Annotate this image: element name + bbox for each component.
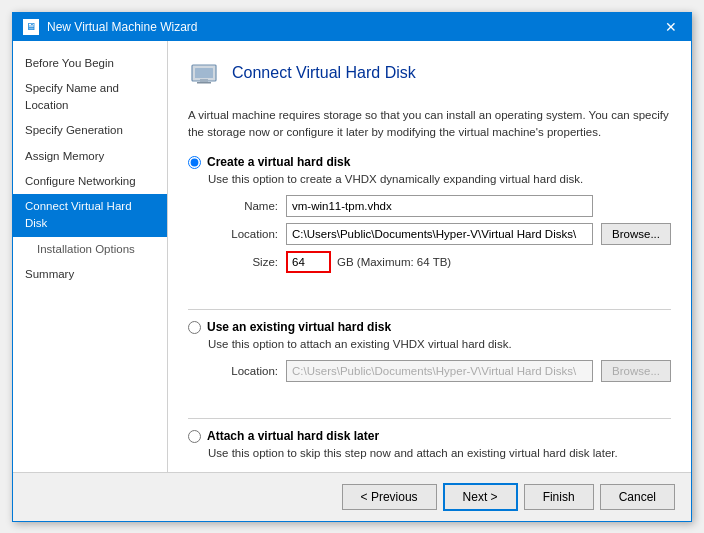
sidebar-item-name-location[interactable]: Specify Name and Location [13,76,167,119]
titlebar-title: New Virtual Machine Wizard [47,20,661,34]
option-create-label[interactable]: Create a virtual hard disk [188,155,671,169]
wizard-window: 🖥 New Virtual Machine Wizard ✕ Before Yo… [12,12,692,522]
size-row: GB (Maximum: 64 TB) [286,251,593,273]
page-description: A virtual machine requires storage so th… [188,107,671,142]
sidebar-item-networking[interactable]: Configure Networking [13,169,167,194]
titlebar-icon: 🖥 [23,19,39,35]
finish-button[interactable]: Finish [524,484,594,510]
location-label: Location: [208,228,278,240]
sidebar-item-before-you-begin[interactable]: Before You Begin [13,51,167,76]
sidebar-item-installation-options[interactable]: Installation Options [13,237,167,262]
size-label: Size: [208,256,278,268]
main-content: Connect Virtual Hard Disk A virtual mach… [168,41,691,472]
sidebar-item-summary[interactable]: Summary [13,262,167,287]
sidebar-item-generation[interactable]: Specify Generation [13,118,167,143]
cancel-button[interactable]: Cancel [600,484,675,510]
titlebar: 🖥 New Virtual Machine Wizard ✕ [13,13,691,41]
option-later-radio[interactable] [188,430,201,443]
sidebar-item-virtual-hard-disk[interactable]: Connect Virtual Hard Disk [13,194,167,237]
option-existing-section: Use an existing virtual hard disk Use th… [188,320,671,392]
footer: < Previous Next > Finish Cancel [13,472,691,521]
existing-form: Location: Browse... [208,360,671,382]
sidebar: Before You Begin Specify Name and Locati… [13,41,168,472]
size-input[interactable] [286,251,331,273]
option-existing-desc: Use this option to attach an existing VH… [208,338,671,350]
sidebar-item-memory[interactable]: Assign Memory [13,144,167,169]
name-label: Name: [208,200,278,212]
browse-location-button[interactable]: Browse... [601,223,671,245]
option-create-desc: Use this option to create a VHDX dynamic… [208,173,671,185]
svg-rect-1 [195,68,213,78]
page-title-area: Connect Virtual Hard Disk [188,59,671,93]
option-later-label[interactable]: Attach a virtual hard disk later [188,429,671,443]
name-input[interactable] [286,195,593,217]
next-button[interactable]: Next > [443,483,518,511]
divider-2 [188,418,671,419]
content-area: Before You Begin Specify Name and Locati… [13,41,691,472]
existing-browse-button: Browse... [601,360,671,382]
option-create-section: Create a virtual hard disk Use this opti… [188,155,671,283]
close-button[interactable]: ✕ [661,19,681,35]
create-form: Name: Location: Browse... Size: GB (Maxi… [208,195,671,273]
page-title-text: Connect Virtual Hard Disk [232,64,416,82]
option-existing-label[interactable]: Use an existing virtual hard disk [188,320,671,334]
previous-button[interactable]: < Previous [342,484,437,510]
option-create-radio[interactable] [188,156,201,169]
page-header-icon [188,59,220,87]
divider-1 [188,309,671,310]
existing-location-input [286,360,593,382]
size-suffix: GB (Maximum: 64 TB) [337,256,451,268]
option-later-desc: Use this option to skip this step now an… [208,447,671,459]
location-input[interactable] [286,223,593,245]
svg-rect-2 [200,79,208,82]
svg-rect-3 [197,82,211,84]
existing-location-label: Location: [208,365,278,377]
option-existing-radio[interactable] [188,321,201,334]
option-later-section: Attach a virtual hard disk later Use thi… [188,429,671,469]
